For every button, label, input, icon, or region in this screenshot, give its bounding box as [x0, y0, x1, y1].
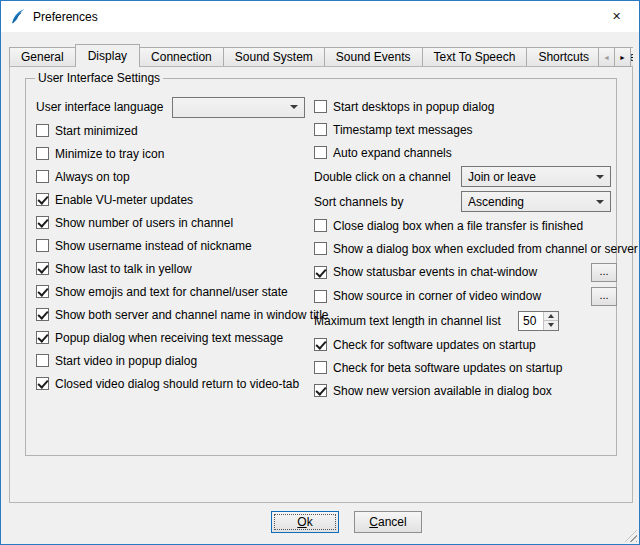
checkbox-popup-text-message[interactable] — [36, 331, 49, 344]
tab-scroll-left-icon[interactable]: ◄ — [598, 47, 615, 67]
spinner-up-icon[interactable] — [544, 312, 558, 322]
right-column: Start desktops in popup dialog Timestamp… — [314, 95, 617, 402]
checkbox-row[interactable]: Auto expand channels — [314, 141, 617, 164]
checkbox-row[interactable]: Check for beta software updates on start… — [314, 356, 617, 379]
checkbox-label: Show new version available in dialog box — [333, 384, 552, 398]
checkbox-auto-expand-channels[interactable] — [314, 146, 327, 159]
checkbox-label: Check for beta software updates on start… — [333, 361, 562, 375]
checkbox-row[interactable]: Start minimized — [36, 119, 314, 142]
resize-grip[interactable] — [625, 530, 637, 542]
checkbox-label: Show username instead of nickname — [55, 239, 252, 253]
checkbox-video-source-corner[interactable] — [314, 290, 327, 303]
tab-shortcuts[interactable]: Shortcuts — [526, 47, 601, 67]
checkbox-row[interactable]: Show emojis and text for channel/user st… — [36, 280, 314, 303]
checkbox-username-instead-nickname[interactable] — [36, 239, 49, 252]
group-title: User Interface Settings — [35, 71, 163, 85]
double-click-value: Join or leave — [468, 170, 592, 184]
checkbox-row[interactable]: Start video in popup dialog — [36, 349, 314, 372]
tab-sound-system[interactable]: Sound System — [223, 47, 325, 67]
checkbox-row[interactable]: Show number of users in channel — [36, 211, 314, 234]
checkbox-start-minimized[interactable] — [36, 124, 49, 137]
statusbar-events-browse-button[interactable]: ... — [591, 263, 617, 282]
tab-connection[interactable]: Connection — [139, 47, 224, 67]
language-row: User interface language — [36, 95, 314, 119]
checkbox-row[interactable]: Start desktops in popup dialog — [314, 95, 617, 118]
chevron-down-icon — [596, 175, 604, 179]
checkbox-row[interactable]: Popup dialog when receiving text message — [36, 326, 314, 349]
checkbox-statusbar-events[interactable] — [314, 266, 327, 279]
double-click-combobox[interactable]: Join or leave — [461, 166, 611, 187]
display-tab-page: User Interface Settings User interface l… — [9, 66, 633, 503]
checkbox-label: Show statusbar events in chat-window — [333, 265, 537, 279]
checkbox-row[interactable]: Close dialog box when a file transfer is… — [314, 214, 617, 237]
checkbox-video-popup[interactable] — [36, 354, 49, 367]
spinner-down-icon[interactable] — [544, 321, 558, 330]
checkbox-desktops-popup[interactable] — [314, 100, 327, 113]
preferences-dialog: Preferences ✕ General Display Connection… — [0, 0, 640, 545]
tab-scroll-right-icon[interactable]: ► — [614, 47, 631, 67]
statusbar-events-row[interactable]: Show statusbar events in chat-window ... — [314, 260, 617, 284]
tab-display[interactable]: Display — [75, 44, 140, 67]
sort-channels-combobox[interactable]: Ascending — [461, 191, 611, 212]
tab-sound-events[interactable]: Sound Events — [324, 47, 423, 67]
checkbox-show-user-count[interactable] — [36, 216, 49, 229]
dialog-button-bar: Ok Cancel — [271, 511, 422, 533]
checkbox-excluded-dialog[interactable] — [314, 242, 327, 255]
chevron-down-icon — [290, 105, 298, 109]
checkbox-check-updates[interactable] — [314, 338, 327, 351]
checkbox-always-on-top[interactable] — [36, 170, 49, 183]
video-source-row[interactable]: Show source in corner of video window ..… — [314, 284, 617, 308]
checkbox-check-beta-updates[interactable] — [314, 361, 327, 374]
checkbox-new-version-dialog[interactable] — [314, 384, 327, 397]
double-click-row: Double click on a channel Join or leave — [314, 164, 617, 189]
checkbox-row[interactable]: Show username instead of nickname — [36, 234, 314, 257]
window-title: Preferences — [33, 10, 98, 24]
tab-general[interactable]: General — [9, 47, 76, 67]
double-click-label: Double click on a channel — [314, 170, 461, 184]
title-bar[interactable]: Preferences ✕ — [1, 1, 639, 32]
checkbox-close-on-filetransfer[interactable] — [314, 219, 327, 232]
max-text-length-spinner[interactable]: 50 — [518, 311, 559, 331]
checkbox-label: Enable VU-meter updates — [55, 193, 193, 207]
checkbox-row[interactable]: Always on top — [36, 165, 314, 188]
checkbox-minimize-to-tray[interactable] — [36, 147, 49, 160]
checkbox-row[interactable]: Check for software updates on startup — [314, 333, 617, 356]
checkbox-label: Check for software updates on startup — [333, 338, 536, 352]
video-source-browse-button[interactable]: ... — [591, 287, 617, 306]
ok-button[interactable]: Ok — [271, 511, 339, 533]
checkbox-row[interactable]: Closed video dialog should return to vid… — [36, 372, 314, 395]
ok-button-label: Ok — [297, 515, 312, 529]
checkbox-vu-meter-updates[interactable] — [36, 193, 49, 206]
language-combobox[interactable] — [172, 97, 305, 118]
checkbox-label: Show emojis and text for channel/user st… — [55, 285, 288, 299]
checkbox-row[interactable]: Show new version available in dialog box — [314, 379, 617, 402]
checkbox-row[interactable]: Timestamp text messages — [314, 118, 617, 141]
checkbox-label: Timestamp text messages — [333, 123, 473, 137]
checkbox-label: Start desktops in popup dialog — [333, 100, 494, 114]
checkbox-label: Show a dialog box when excluded from cha… — [333, 242, 638, 256]
language-label: User interface language — [36, 100, 172, 114]
checkbox-video-return-tab[interactable] — [36, 377, 49, 390]
checkbox-row[interactable]: Show a dialog box when excluded from cha… — [314, 237, 617, 260]
checkbox-timestamp-messages[interactable] — [314, 123, 327, 136]
checkbox-row[interactable]: Enable VU-meter updates — [36, 188, 314, 211]
sort-channels-value: Ascending — [468, 195, 592, 209]
checkbox-emojis-text-state[interactable] — [36, 285, 49, 298]
checkbox-row[interactable]: Minimize to tray icon — [36, 142, 314, 165]
checkbox-label: Show number of users in channel — [55, 216, 233, 230]
checkbox-label: Popup dialog when receiving text message — [55, 331, 283, 345]
close-icon[interactable]: ✕ — [594, 1, 639, 32]
checkbox-row[interactable]: Show last to talk in yellow — [36, 257, 314, 280]
checkbox-last-talk-yellow[interactable] — [36, 262, 49, 275]
cancel-button[interactable]: Cancel — [354, 511, 422, 533]
app-logo-icon — [9, 8, 26, 25]
checkbox-row[interactable]: Show both server and channel name in win… — [36, 303, 314, 326]
checkbox-label: Closed video dialog should return to vid… — [55, 377, 299, 391]
checkbox-server-channel-in-title[interactable] — [36, 308, 49, 321]
tab-text-to-speech[interactable]: Text To Speech — [422, 47, 528, 67]
sort-channels-row: Sort channels by Ascending — [314, 189, 617, 214]
max-text-length-row: Maximum text length in channel list 50 — [314, 308, 617, 333]
checkbox-label: Show source in corner of video window — [333, 289, 541, 303]
checkbox-label: Minimize to tray icon — [55, 147, 164, 161]
left-column: User interface language Start minimized … — [36, 95, 314, 395]
